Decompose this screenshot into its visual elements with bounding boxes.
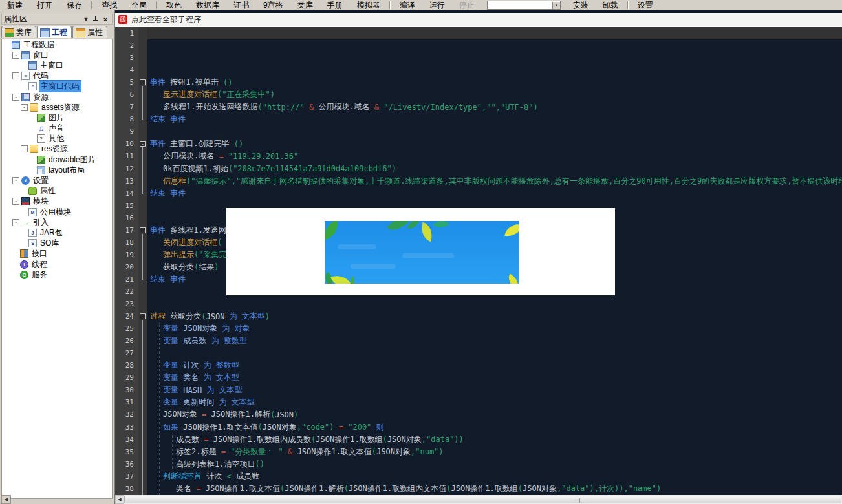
code-line[interactable]: 29变量 类名 为 文本型 (115, 372, 842, 384)
code-line[interactable]: 25变量 JSON对象 为 对象 (115, 322, 842, 335)
code-line[interactable]: 10事件 主窗口.创建完毕 () (115, 138, 842, 150)
menu-item[interactable]: 运行 (422, 0, 452, 11)
menu-item[interactable]: 证书 (226, 0, 256, 11)
menu-item[interactable]: 手册 (320, 0, 350, 11)
tree-item-工程数据[interactable]: 工程数据 (2, 39, 112, 50)
expander-icon[interactable]: - (21, 145, 28, 152)
panel-dropdown-icon[interactable]: ▼ (81, 15, 91, 23)
code-line[interactable]: 35标签2.标题 = "分类数量： " & JSON操作1.取文本值(JSON对… (115, 446, 842, 458)
code-line[interactable]: 37判断循环首 计次 < 成员数 (115, 470, 842, 483)
scroll-left-arrow-icon[interactable]: ◀ (115, 495, 124, 504)
tree-item-图片[interactable]: 图片 (2, 112, 112, 123)
line-number: 10 (115, 140, 138, 148)
expander-icon[interactable]: - (12, 52, 19, 59)
editor-horizontal-scrollbar[interactable]: ◀ (115, 495, 842, 504)
menu-item[interactable]: 9宫格 (256, 0, 290, 11)
expander-icon[interactable]: - (12, 198, 19, 205)
code-line[interactable]: 7多线程1.开始发送网络数据("http://" & 公用模块.域名 & "/L… (115, 101, 842, 113)
fold-collapse-icon[interactable]: - (140, 227, 146, 233)
code-line[interactable]: 5事件 按钮1.被单击 () (115, 76, 842, 89)
code-line[interactable]: 38类名 = JSON操作1.取文本值(JSON操作1.解析(JSON操作1.取… (115, 483, 842, 495)
tree-item-线程[interactable]: I线程 (2, 259, 112, 269)
tree-item-接口[interactable]: 接口 (2, 249, 112, 259)
code-line[interactable]: 24过程 获取分类(JSON 为 文本型) (115, 310, 842, 322)
expander-icon[interactable]: - (12, 177, 19, 184)
tree-item-label: 服务 (30, 269, 49, 280)
tree-item-res资源[interactable]: -res资源 (2, 144, 112, 154)
tree-item-layout布局[interactable]: layout布局 (2, 165, 112, 175)
tree-item-主窗口[interactable]: 主窗口 (2, 60, 112, 70)
expander-icon[interactable]: - (21, 104, 28, 111)
tab-工程[interactable]: 工程 (37, 26, 72, 38)
tree-item-公用模块[interactable]: M公用模块 (2, 207, 112, 217)
tree-item-drawable图片[interactable]: drawable图片 (2, 154, 112, 165)
panel-close-icon[interactable]: × (101, 15, 110, 23)
menu-item[interactable]: 类库 (290, 0, 320, 11)
tree-item-资源[interactable]: -资源 (2, 92, 112, 102)
code-line[interactable]: 3 (115, 52, 842, 64)
code-line[interactable]: 2 (115, 39, 842, 52)
code-line[interactable]: 28变量 计次 为 整数型 (115, 359, 842, 372)
code-line[interactable]: 1 (115, 27, 842, 39)
line-number: 9 (115, 127, 138, 136)
tree-item-JAR包[interactable]: JJAR包 (2, 227, 112, 238)
menu-item[interactable]: 新建 (0, 0, 30, 11)
menu-item[interactable]: 打开 (30, 0, 59, 11)
panel-pin-icon[interactable] (91, 15, 100, 23)
code-line[interactable]: 6显示进度对话框("正在采集中") (115, 89, 842, 101)
tab-属性[interactable]: 属性 (72, 26, 107, 38)
fold-collapse-icon[interactable]: - (140, 141, 146, 147)
code-line[interactable]: 32JSON对象 = JSON操作1.解析(JSON) (115, 408, 842, 421)
code-line[interactable]: 9 (115, 125, 842, 138)
tree-item-引入[interactable]: -→引入 (2, 217, 112, 227)
expander-icon[interactable]: - (12, 94, 19, 101)
menu-item[interactable]: 全局 (124, 0, 154, 11)
code-line[interactable]: 30变量 HASH 为 文本型 (115, 384, 842, 396)
tree-item-声音[interactable]: ♫声音 (2, 123, 112, 134)
menu-item[interactable]: 卸载 (596, 0, 625, 11)
tree-item-属性[interactable]: 属性 (2, 186, 112, 196)
tree-item-SO库[interactable]: SSO库 (2, 238, 112, 249)
menu-combobox[interactable]: ▼ (487, 1, 561, 10)
code-line[interactable]: 34成员数 = JSON操作1.取数组内成员数(JSON操作1.取数组(JSON… (115, 434, 842, 446)
fold-collapse-icon[interactable]: - (140, 79, 146, 85)
sidebar-scroll-left-button[interactable]: ◀ (1, 495, 11, 504)
menu-item[interactable]: 编译 (393, 0, 422, 11)
code-line[interactable]: 31变量 更新时间 为 文本型 (115, 396, 842, 408)
tree-item-窗口[interactable]: -窗口 (2, 50, 112, 60)
tree-item-代码[interactable]: -≡代码 (2, 71, 112, 81)
menu-item[interactable]: 保存 (59, 0, 89, 11)
code-line[interactable]: 13信息框("温馨提示","感谢来自于网名猎豹提供的采集对象,上千频道.线路渠道… (115, 175, 842, 187)
tab-类库[interactable]: 类库 (1, 26, 36, 38)
expander-icon[interactable]: - (12, 219, 19, 226)
expander-icon[interactable]: - (12, 72, 19, 79)
code-line[interactable]: 120k百度视频1.初始("208c7e7e114541a7a9fd0d4a10… (115, 163, 842, 175)
fold-collapse-icon[interactable]: - (140, 313, 146, 319)
menu-item[interactable]: 取色 (159, 0, 189, 11)
code-line[interactable]: 11公用模块.域名 = "119.29.201.36" (115, 150, 842, 162)
tree-item-模块[interactable]: -模块 (2, 196, 112, 207)
tree-item-主窗口代码[interactable]: ≡主窗口代码 (2, 81, 112, 92)
tree-item-服务[interactable]: C服务 (2, 269, 112, 280)
code-line[interactable]: 8结束 事件 (115, 113, 842, 125)
menu-item[interactable]: 查找 (94, 0, 124, 11)
code-line[interactable]: 33如果 JSON操作1.取文本值(JSON对象,"code") = "200"… (115, 421, 842, 434)
scrollbar-thumb[interactable] (124, 496, 841, 503)
folder-icon (30, 145, 38, 153)
menu-item[interactable]: 安装 (566, 0, 596, 11)
code-line[interactable]: 26变量 成员数 为 整数型 (115, 335, 842, 347)
code-line[interactable]: 27 (115, 347, 842, 359)
code-line[interactable]: 36高级列表框1.清空项目() (115, 458, 842, 470)
prop-icon (76, 28, 85, 37)
code-line[interactable]: 14结束 事件 (115, 187, 842, 200)
code-line[interactable]: 23 (115, 298, 842, 310)
menu-item[interactable]: 模拟器 (350, 0, 387, 11)
tree-item-assets资源[interactable]: -assets资源 (2, 102, 112, 112)
menu-item[interactable]: 设置 (631, 0, 660, 11)
code-line[interactable]: 4 (115, 64, 842, 76)
menu-item[interactable]: 数据库 (189, 0, 226, 11)
tree-item-其他[interactable]: ?其他 (2, 134, 112, 144)
editor-tabbar[interactable]: 函 点此查看全部子程序 (115, 13, 842, 27)
tree-item-设置[interactable]: -i设置 (2, 175, 112, 185)
combo-dropdown-icon[interactable]: ▼ (552, 2, 560, 9)
